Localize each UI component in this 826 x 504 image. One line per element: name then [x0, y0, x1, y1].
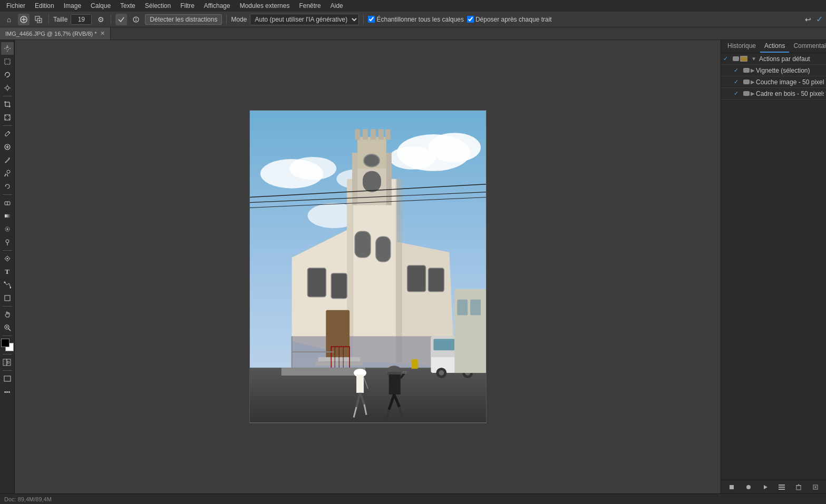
shape-tool[interactable] — [1, 292, 14, 304]
menu-fenetre[interactable]: Fenêtre — [295, 1, 325, 11]
tool-divider2 — [3, 125, 12, 126]
svg-point-30 — [7, 170, 10, 173]
svg-point-35 — [6, 229, 8, 230]
tool-divider5 — [3, 306, 12, 307]
eraser-tool[interactable] — [1, 196, 14, 209]
screen-mode-tool[interactable] — [1, 372, 14, 385]
svg-marker-124 — [764, 485, 767, 489]
home-icon[interactable]: ⌂ — [3, 14, 15, 25]
foreground-color[interactable] — [1, 339, 9, 347]
healing-tool[interactable] — [1, 141, 14, 153]
frame-tool[interactable] — [1, 111, 14, 124]
canvas-image — [249, 110, 487, 423]
menu-image[interactable]: Image — [60, 1, 85, 11]
zoom-tool[interactable] — [1, 321, 14, 334]
history-brush-tool[interactable] — [1, 180, 14, 193]
record-button[interactable] — [743, 482, 754, 492]
confirm-button[interactable]: ✓ — [816, 14, 823, 24]
settings2-icon[interactable] — [130, 14, 142, 25]
svg-rect-127 — [779, 489, 785, 490]
svg-rect-126 — [779, 487, 785, 488]
svg-point-38 — [6, 258, 8, 260]
menu-texte[interactable]: Texte — [116, 1, 140, 11]
svg-rect-125 — [779, 485, 785, 486]
clone-stamp-tool[interactable] — [1, 167, 14, 180]
svg-point-52 — [428, 133, 481, 162]
blur-tool[interactable] — [1, 223, 14, 235]
menu-fichier[interactable]: Fichier — [2, 1, 30, 11]
action-item-cadre[interactable]: ✓ ▶ Cadre en bois - 50 pixels — [721, 88, 826, 100]
color-swatches[interactable] — [1, 339, 14, 351]
undo-curve-icon[interactable]: ↩ — [802, 14, 814, 25]
sample-all-checkbox[interactable]: Échantillonner tous les calques — [368, 16, 463, 23]
crop-tool[interactable] — [1, 98, 14, 111]
magic-wand-tool[interactable] — [1, 82, 14, 94]
marquee-tool[interactable] — [1, 55, 14, 68]
svg-rect-71 — [395, 179, 402, 362]
actions-menu-button[interactable] — [776, 482, 787, 492]
menu-filtre[interactable]: Filtre — [176, 1, 199, 11]
menu-bar: Fichier Edition Image Calque Texte Sélec… — [0, 0, 826, 12]
menu-affichage[interactable]: Affichage — [200, 1, 235, 11]
doc-tab-main[interactable]: IMG_4466.JPG @ 16,7% (RVB/8) * ✕ — [0, 27, 111, 39]
svg-line-43 — [8, 329, 11, 331]
tool-divider3 — [3, 194, 12, 195]
healing-brush-icon[interactable] — [18, 14, 30, 25]
menu-calque[interactable]: Calque — [86, 1, 115, 11]
detect-button[interactable]: Détecter les distractions — [145, 14, 222, 25]
stop-button[interactable] — [726, 482, 737, 492]
svg-rect-91 — [250, 368, 486, 423]
hand-tool[interactable] — [1, 308, 14, 321]
group-eye[interactable] — [732, 56, 740, 61]
svg-point-39 — [4, 282, 5, 283]
canvas-area — [15, 40, 721, 493]
tool-divider6 — [3, 335, 12, 336]
item1-chevron: ▶ — [751, 67, 755, 73]
active-check-icon[interactable] — [115, 14, 127, 25]
action-item-vignette[interactable]: ✓ ▶ Vignette (sélection) — [721, 65, 826, 76]
size-input[interactable]: 19 — [71, 14, 92, 25]
path-selection-tool[interactable] — [1, 279, 14, 291]
item1-check: ✓ — [734, 67, 742, 74]
pen-tool[interactable] — [1, 252, 14, 265]
menu-aide[interactable]: Aide — [326, 1, 347, 11]
svg-rect-72 — [352, 153, 357, 205]
svg-rect-122 — [730, 485, 734, 489]
delete-action-button[interactable] — [793, 482, 804, 492]
item3-eye[interactable] — [742, 91, 751, 96]
move-tool[interactable] — [1, 42, 14, 55]
depose-checkbox[interactable]: Déposer après chaque trait — [467, 16, 552, 23]
size-label: Taille — [53, 16, 67, 23]
item1-eye[interactable] — [742, 68, 751, 73]
svg-rect-102 — [388, 374, 400, 394]
menu-modules[interactable]: Modules externes — [236, 1, 294, 11]
doc-tab-close[interactable]: ✕ — [100, 30, 105, 37]
action-item-couche[interactable]: ✓ ▶ Couche image - 50 pixels — [721, 76, 826, 88]
svg-rect-64 — [363, 129, 368, 140]
add-selection-icon[interactable] — [33, 14, 44, 25]
dodge-tool[interactable] — [1, 236, 14, 249]
svg-point-55 — [289, 157, 336, 180]
menu-edition[interactable]: Edition — [31, 1, 59, 11]
tab-commentaires[interactable]: Commentai... — [789, 40, 826, 53]
new-action-button[interactable] — [810, 482, 821, 492]
item3-name: Cadre en bois - 50 pixels — [756, 90, 824, 97]
item2-eye[interactable] — [742, 80, 751, 84]
tab-actions[interactable]: Actions — [760, 40, 789, 53]
quick-mask-tool[interactable] — [1, 356, 14, 369]
play-button[interactable] — [760, 482, 771, 492]
actions-group-default[interactable]: ✓ ▼ Actions par défaut — [721, 53, 826, 65]
lasso-tool[interactable] — [1, 68, 14, 81]
tab-historique[interactable]: Historique — [723, 40, 760, 53]
mode-select[interactable]: Auto (peut utiliser l'IA générative) — [250, 14, 359, 25]
brush-tool[interactable] — [1, 154, 14, 166]
svg-rect-75 — [331, 273, 347, 299]
more-tools[interactable]: ••• — [1, 386, 14, 398]
gradient-tool[interactable] — [1, 210, 14, 222]
folder-icon — [740, 56, 747, 62]
text-tool[interactable]: T — [1, 265, 14, 278]
menu-selection[interactable]: Sélection — [141, 1, 175, 11]
svg-rect-79 — [428, 268, 444, 292]
gear-icon[interactable]: ⚙ — [95, 14, 106, 25]
eyedropper-tool[interactable] — [1, 127, 14, 140]
